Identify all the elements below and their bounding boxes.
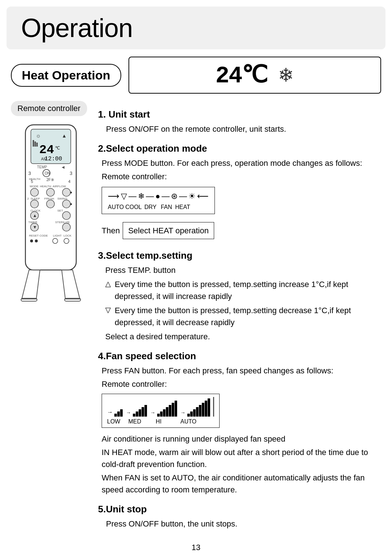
svg-text:☼: ☼ [36, 132, 41, 139]
step-1-title: Unit start [109, 109, 150, 120]
svg-text:24: 24 [39, 143, 54, 157]
label-fan: FAN [159, 203, 174, 212]
step-3-header: 3.Select temp.setting [98, 249, 381, 263]
hi-bar-1 [157, 414, 160, 417]
step-3-content: Press TEMP. button △ Every time the butt… [102, 264, 381, 343]
auto-end-bar [213, 397, 214, 417]
svg-point-25 [46, 188, 54, 196]
step-5-content: Press ON/OFF button, the unit stops. [106, 518, 381, 530]
arrow-start: ⟶ [108, 190, 119, 202]
svg-point-26 [62, 188, 70, 196]
step-4-number: 4. [98, 351, 106, 361]
label-cool: COOL [125, 203, 142, 212]
fan-label-low: LOW [107, 417, 120, 426]
step-1-text: Press ON/OFF on the remote controller, u… [106, 123, 381, 135]
mode-sequence-labels: AUTO COOL DRY FAN HEAT [108, 203, 209, 212]
svg-point-49 [30, 239, 33, 242]
low-bar-2 [117, 411, 120, 417]
step-1-number: 1. [98, 109, 109, 120]
triangle-down-icon: ▽ [105, 304, 111, 315]
step-4-note3: When FAN is set to AUTO, the air conditi… [102, 472, 381, 496]
step-2-number: 2. [98, 143, 106, 154]
fan-speed-labels: LOW MED HI AUTO [107, 417, 214, 426]
hi-bar-2 [160, 411, 163, 417]
svg-text:2F⑨: 2F⑨ [46, 178, 54, 182]
svg-text:12:00: 12:00 [45, 156, 62, 162]
step-4-text: Press FAN button. For each press, fan sp… [102, 365, 381, 377]
dash-4: — [179, 190, 187, 202]
svg-text:3: 3 [28, 171, 31, 176]
svg-text:MODE: MODE [30, 185, 38, 188]
step-2-header: 2.Select operation mode [98, 142, 381, 156]
step-5-title: Unit stop [106, 504, 147, 515]
med-bar-5 [144, 405, 147, 417]
svg-rect-6 [36, 143, 38, 147]
page-number: 13 [11, 543, 381, 557]
temperature-value: 24℃ [215, 61, 267, 89]
svg-text:2: 2 [27, 197, 29, 200]
label-auto: AUTO [108, 203, 124, 212]
svg-text:LIGHT: LIGHT [53, 234, 62, 237]
auto-bar-8 [208, 398, 210, 417]
svg-rect-5 [34, 142, 36, 147]
step-2-then: Then Select HEAT operation [102, 219, 381, 242]
temperature-display-box: 24℃ ❄ [128, 57, 381, 94]
svg-point-45 [62, 223, 70, 231]
heat-operation-badge: Heat Operation [11, 64, 121, 87]
remote-controller-label: Remote controller [11, 101, 87, 116]
right-column: 1. Unit start Press ON/OFF on the remote… [98, 101, 381, 532]
step-2-content: Press MODE button. For each press, opera… [102, 157, 381, 242]
remote-drawing: ☼ ▲ 24 ℃ AM 12:00 TEMP ◀ [15, 121, 87, 311]
low-bar-3 [120, 409, 123, 417]
dash-1: — [128, 190, 136, 202]
step-2-text: Press MODE button. For each press, opera… [102, 157, 381, 169]
low-bar-1 [114, 414, 117, 417]
cool-icon: ❄ [138, 190, 144, 202]
page-header: Operation [7, 7, 385, 49]
fan-bars: → → [107, 397, 214, 417]
fan-label-auto: AUTO [180, 417, 196, 426]
mode-diagram: ⟶ ▽ — ❄ — ● — ⊛ — ☀ [102, 187, 215, 214]
step-4-note2: IN HEAT mode, warm air will blow out aft… [102, 446, 381, 470]
auto-bar-6 [202, 403, 204, 417]
med-bar-3 [139, 409, 141, 417]
svg-point-40 [62, 212, 70, 220]
med-bar-1 [133, 414, 135, 417]
dash-2: — [146, 190, 154, 202]
svg-text:5: 5 [31, 179, 33, 184]
low-bars [114, 409, 123, 417]
step-1-content: Press ON/OFF on the remote controller, u… [106, 123, 381, 135]
svg-text:LOCK: LOCK [64, 234, 72, 237]
main-content: Heat Operation 24℃ ❄ Remote controller ☼ [0, 49, 392, 557]
auto-bars [187, 398, 210, 417]
auto-bar-2 [190, 411, 193, 417]
svg-text:AIRFLOW: AIRFLOW [53, 185, 66, 188]
svg-text:℃: ℃ [55, 146, 60, 151]
svg-text:▼: ▼ [33, 225, 37, 230]
snowflake-icon: ❄ [278, 64, 294, 86]
remote-controller-svg: ☼ ▲ 24 ℃ AM 12:00 TEMP ◀ [15, 121, 87, 310]
heat-icon: ☀ [188, 190, 196, 202]
svg-point-50 [35, 239, 38, 242]
dry-icon: ● [155, 190, 160, 202]
step-3-select: Select a desired temperature. [105, 331, 381, 343]
step-5-text: Press ON/OFF button, the unit stops. [106, 518, 381, 530]
step-5-number: 5. [98, 504, 106, 515]
step-4-note1: Air conditioner is running under display… [102, 433, 381, 445]
step-2-title: Select operation mode [106, 143, 207, 154]
mode-sequence-row: ⟶ ▽ — ❄ — ● — ⊛ — ☀ [108, 190, 209, 202]
step-4-sub: Remote controller: [102, 378, 381, 390]
med-bar-4 [142, 407, 144, 417]
auto-icon: ▽ [121, 190, 127, 202]
dash-3: — [162, 190, 170, 202]
hi-bar-7 [175, 401, 177, 417]
svg-text:3: 3 [70, 171, 72, 176]
hi-bar-3 [163, 409, 166, 417]
step-3-bullet1-text: Every time the button is pressed, temp.s… [115, 278, 381, 302]
svg-point-33 [46, 200, 54, 208]
step-3-bullet2: ▽ Every time the button is pressed, temp… [105, 304, 381, 328]
hi-bar-6 [172, 403, 174, 417]
fan-speed-diagram: → → [102, 394, 220, 428]
step-2-sub: Remote controller: [102, 171, 381, 183]
step-3-title: Select temp.setting [106, 250, 192, 261]
